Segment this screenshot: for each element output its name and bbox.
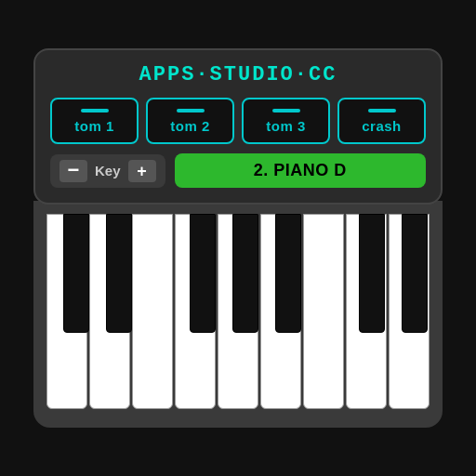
black-key-3[interactable]	[232, 214, 258, 333]
piano-keys	[33, 214, 443, 418]
black-key-6[interactable]	[402, 214, 428, 333]
black-key-1[interactable]	[106, 214, 132, 333]
black-key-4[interactable]	[275, 214, 301, 333]
black-key-2[interactable]	[190, 214, 216, 333]
pad-tom2[interactable]: tom 2	[146, 98, 234, 144]
white-key-2[interactable]	[132, 214, 173, 409]
key-label: Key	[95, 163, 121, 178]
key-controls: − Key +	[50, 154, 165, 188]
black-key-0[interactable]	[63, 214, 89, 333]
pad-row: tom 1tom 2tom 3crash	[50, 98, 426, 144]
logo-bar: APPS·STUDIO·CC	[50, 63, 426, 86]
pad-tom3-label: tom 3	[266, 118, 306, 134]
key-row: − Key + 2. PIANO D	[50, 153, 426, 188]
pad-tom3[interactable]: tom 3	[242, 98, 330, 144]
app-container: APPS·STUDIO·CC tom 1tom 2tom 3crash − Ke…	[24, 48, 452, 428]
control-panel: APPS·STUDIO·CC tom 1tom 2tom 3crash − Ke…	[33, 48, 443, 205]
pad-crash[interactable]: crash	[337, 98, 426, 144]
pad-tom2-label: tom 2	[170, 118, 210, 134]
pad-tom1-label: tom 1	[74, 118, 114, 134]
black-key-5[interactable]	[359, 214, 385, 333]
app-logo: APPS·STUDIO·CC	[139, 63, 337, 86]
key-minus-button[interactable]: −	[60, 160, 87, 182]
pad-crash-label: crash	[362, 118, 402, 134]
pad-tom1[interactable]: tom 1	[50, 98, 139, 144]
key-plus-button[interactable]: +	[128, 160, 156, 182]
white-key-6[interactable]	[303, 214, 344, 409]
piano-wrapper	[33, 201, 443, 428]
preset-display[interactable]: 2. PIANO D	[175, 153, 426, 188]
